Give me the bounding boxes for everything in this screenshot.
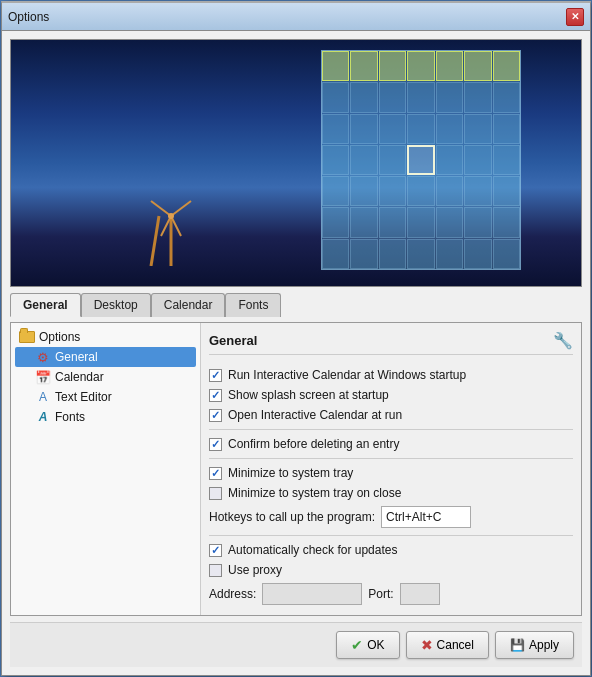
- option-open-at-run: Open Interactive Calendar at run: [209, 405, 573, 425]
- checkbox-minimize-tray-close[interactable]: [209, 487, 222, 500]
- option-auto-check: Automatically check for updates: [209, 540, 573, 560]
- ok-icon: ✔: [351, 637, 363, 653]
- wrench-icon: 🔧: [553, 331, 573, 350]
- sidebar-item-fonts-label: Fonts: [55, 410, 85, 424]
- checkbox-show-splash[interactable]: [209, 389, 222, 402]
- option-use-proxy-label: Use proxy: [228, 563, 282, 577]
- tab-general[interactable]: General: [10, 293, 81, 317]
- close-button[interactable]: ✕: [566, 8, 584, 26]
- window-body: General Desktop Calendar Fonts Options ⚙: [2, 31, 590, 675]
- window-title: Options: [8, 10, 566, 24]
- option-minimize-tray-close-label: Minimize to system tray on close: [228, 486, 401, 500]
- fonts-icon: A: [35, 409, 51, 425]
- divider-1: [209, 429, 573, 430]
- options-window: Options ✕: [1, 1, 591, 676]
- calendar-icon: 📅: [35, 369, 51, 385]
- checkbox-confirm-delete[interactable]: [209, 438, 222, 451]
- sidebar-item-calendar[interactable]: 📅 Calendar: [15, 367, 196, 387]
- preview-area: [10, 39, 582, 287]
- sidebar-item-calendar-label: Calendar: [55, 370, 104, 384]
- tabs-row: General Desktop Calendar Fonts: [10, 293, 582, 317]
- tab-fonts[interactable]: Fonts: [225, 293, 281, 317]
- port-input[interactable]: [400, 583, 440, 605]
- ok-label: OK: [367, 638, 384, 652]
- option-run-startup-label: Run Interactive Calendar at Windows star…: [228, 368, 466, 382]
- tab-calendar[interactable]: Calendar: [151, 293, 226, 317]
- address-input[interactable]: [262, 583, 362, 605]
- checkbox-run-startup[interactable]: [209, 369, 222, 382]
- option-minimize-tray-label: Minimize to system tray: [228, 466, 353, 480]
- svg-point-6: [168, 213, 174, 219]
- main-panel: General 🔧 Run Interactive Calendar at Wi…: [201, 323, 581, 615]
- ok-button[interactable]: ✔ OK: [336, 631, 399, 659]
- content-area: Options ⚙ General 📅 Calendar A: [10, 322, 582, 616]
- sidebar-item-options-label: Options: [39, 330, 80, 344]
- sidebar-item-options[interactable]: Options: [15, 327, 196, 347]
- checkbox-open-at-run[interactable]: [209, 409, 222, 422]
- option-run-startup: Run Interactive Calendar at Windows star…: [209, 365, 573, 385]
- sidebar-item-fonts[interactable]: A Fonts: [15, 407, 196, 427]
- windmill-decoration: [141, 196, 201, 266]
- option-confirm-delete: Confirm before deleting an entry: [209, 434, 573, 454]
- svg-line-3: [171, 201, 191, 216]
- option-auto-check-label: Automatically check for updates: [228, 543, 397, 557]
- footer: ✔ OK ✖ Cancel 💾 Apply: [10, 622, 582, 667]
- option-confirm-delete-label: Confirm before deleting an entry: [228, 437, 399, 451]
- checkbox-minimize-tray[interactable]: [209, 467, 222, 480]
- cancel-button[interactable]: ✖ Cancel: [406, 631, 489, 659]
- checkbox-auto-check[interactable]: [209, 544, 222, 557]
- address-row: Address: Port:: [209, 580, 573, 608]
- title-bar: Options ✕: [2, 3, 590, 31]
- apply-button[interactable]: 💾 Apply: [495, 631, 574, 659]
- divider-2: [209, 458, 573, 459]
- cancel-icon: ✖: [421, 637, 433, 653]
- tab-desktop[interactable]: Desktop: [81, 293, 151, 317]
- sidebar-item-general-label: General: [55, 350, 98, 364]
- panel-header: General 🔧: [209, 331, 573, 355]
- option-minimize-tray: Minimize to system tray: [209, 463, 573, 483]
- hotkeys-label: Hotkeys to call up the program:: [209, 510, 375, 524]
- option-use-proxy: Use proxy: [209, 560, 573, 580]
- hotkeys-input[interactable]: [381, 506, 471, 528]
- option-open-at-run-label: Open Interactive Calendar at run: [228, 408, 402, 422]
- sidebar-item-general[interactable]: ⚙ General: [15, 347, 196, 367]
- cancel-label: Cancel: [437, 638, 474, 652]
- sidebar-item-texteditor-label: Text Editor: [55, 390, 112, 404]
- hotkeys-row: Hotkeys to call up the program:: [209, 503, 573, 531]
- folder-icon: [19, 329, 35, 345]
- apply-icon: 💾: [510, 638, 525, 652]
- apply-label: Apply: [529, 638, 559, 652]
- option-show-splash: Show splash screen at startup: [209, 385, 573, 405]
- gear-icon: ⚙: [35, 349, 51, 365]
- option-minimize-tray-close: Minimize to system tray on close: [209, 483, 573, 503]
- address-label: Address:: [209, 587, 256, 601]
- sidebar-item-texteditor[interactable]: A Text Editor: [15, 387, 196, 407]
- texteditor-icon: A: [35, 389, 51, 405]
- port-label: Port:: [368, 587, 393, 601]
- svg-line-2: [151, 201, 171, 216]
- sidebar: Options ⚙ General 📅 Calendar A: [11, 323, 201, 615]
- checkbox-use-proxy[interactable]: [209, 564, 222, 577]
- calendar-preview: [321, 50, 521, 270]
- divider-3: [209, 535, 573, 536]
- svg-line-1: [151, 216, 159, 266]
- panel-title: General: [209, 333, 257, 348]
- option-show-splash-label: Show splash screen at startup: [228, 388, 389, 402]
